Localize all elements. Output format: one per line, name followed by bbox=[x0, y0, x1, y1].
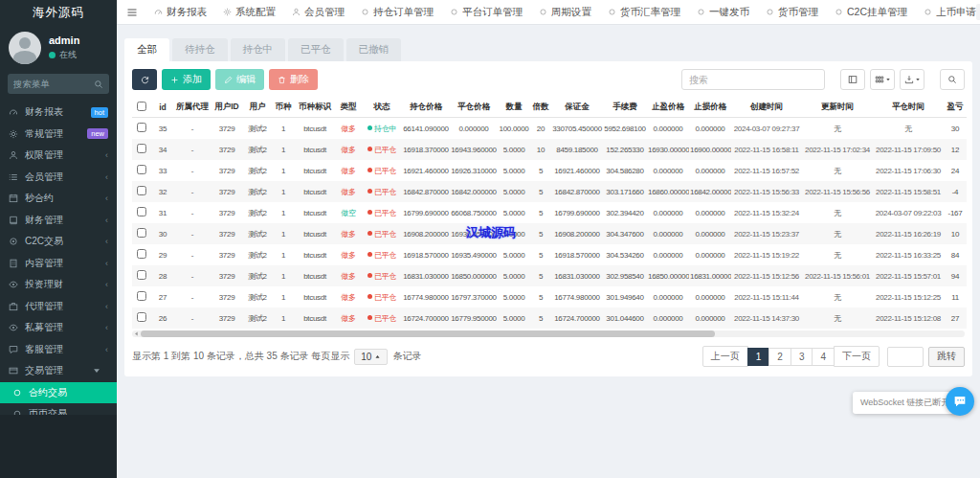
online-dot-icon bbox=[49, 52, 56, 58]
column-header[interactable]: 盈亏 bbox=[944, 97, 967, 118]
add-button[interactable]: 添加 bbox=[162, 69, 211, 90]
column-header[interactable]: 倍数 bbox=[530, 97, 551, 118]
page-button-4[interactable]: 4 bbox=[812, 348, 835, 366]
refresh-button[interactable] bbox=[132, 69, 157, 90]
sidebar-item[interactable]: 投资理财‹ bbox=[0, 274, 117, 296]
column-header[interactable]: 币种 bbox=[272, 97, 295, 118]
topnav-item[interactable]: 周期设置 bbox=[539, 6, 591, 19]
scroll-left-arrow-icon[interactable] bbox=[133, 330, 140, 337]
cell-tp: 16930.000000 bbox=[647, 139, 689, 160]
page-button-1[interactable]: 1 bbox=[747, 348, 770, 366]
cell-coin: 1 bbox=[272, 223, 295, 244]
sidebar-item[interactable]: 交易管理 bbox=[0, 360, 117, 382]
sidebar-item[interactable]: 秒合约‹ bbox=[0, 188, 117, 210]
row-checkbox[interactable] bbox=[137, 144, 146, 153]
column-header[interactable]: 状态 bbox=[362, 97, 402, 118]
edit-button[interactable]: 编辑 bbox=[215, 69, 264, 90]
cell-sl: 16842.000000 bbox=[689, 181, 731, 202]
tab-active[interactable]: 全部 bbox=[124, 38, 169, 61]
topnav-item[interactable]: 财务报表 bbox=[154, 6, 207, 19]
column-header[interactable]: 平仓时间 bbox=[873, 97, 944, 118]
column-header[interactable]: 手续费 bbox=[603, 97, 647, 118]
sidebar-item-label: 交易管理 bbox=[25, 364, 63, 377]
column-header[interactable]: 所属代理 bbox=[174, 97, 211, 118]
jump-page-input[interactable] bbox=[887, 347, 924, 367]
sidebar-search[interactable] bbox=[8, 74, 109, 94]
column-header[interactable]: 止盈价格 bbox=[647, 97, 689, 118]
prev-page-button[interactable]: 上一页 bbox=[702, 346, 748, 367]
page-button-3[interactable]: 3 bbox=[791, 348, 813, 366]
topnav-item[interactable]: 一键发币 bbox=[697, 6, 749, 19]
row-checkbox[interactable] bbox=[137, 291, 146, 301]
column-header[interactable]: id bbox=[151, 97, 174, 118]
per-page-select[interactable]: 10 bbox=[354, 349, 388, 365]
row-checkbox[interactable] bbox=[137, 165, 146, 174]
sidebar-item[interactable]: 内容管理‹ bbox=[0, 253, 117, 275]
tab-3[interactable]: 已平仓 bbox=[288, 38, 344, 61]
row-checkbox[interactable] bbox=[137, 123, 146, 132]
table-search-input[interactable] bbox=[681, 69, 825, 90]
select-all-checkbox[interactable] bbox=[137, 102, 146, 111]
next-page-button[interactable]: 下一页 bbox=[834, 346, 880, 367]
sidebar-item[interactable]: 代理管理‹ bbox=[0, 296, 117, 318]
row-checkbox[interactable] bbox=[137, 207, 146, 216]
sidebar-item[interactable]: 会员管理‹ bbox=[0, 167, 117, 189]
topnav-item[interactable]: 系统配置 bbox=[223, 6, 276, 19]
search-submit-button[interactable] bbox=[940, 69, 965, 90]
column-header[interactable]: 币种标识 bbox=[295, 97, 335, 118]
tab-1[interactable]: 待持仓 bbox=[172, 38, 228, 61]
cell-fee: 304.586280 bbox=[603, 160, 647, 181]
column-header[interactable]: 用户ID bbox=[211, 97, 243, 118]
column-header[interactable]: 持仓价格 bbox=[402, 97, 450, 118]
sidebar-search-input[interactable] bbox=[13, 79, 94, 89]
column-header[interactable]: 更新时间 bbox=[802, 97, 873, 118]
sidebar-item[interactable]: 权限管理‹ bbox=[0, 145, 117, 167]
row-checkbox[interactable] bbox=[137, 312, 146, 322]
column-header[interactable]: 类型 bbox=[335, 97, 362, 118]
column-header[interactable]: 保证金 bbox=[551, 97, 603, 118]
columns-button[interactable] bbox=[870, 69, 895, 90]
tab-2[interactable]: 持仓中 bbox=[231, 38, 286, 61]
topnav-item[interactable]: 货币汇率管理 bbox=[608, 6, 680, 19]
cell-lev: 20 bbox=[530, 118, 551, 140]
topnav-item[interactable]: 持仓订单管理 bbox=[361, 6, 434, 19]
caret-up-icon bbox=[374, 353, 381, 360]
topnav-item[interactable]: C2C挂单管理 bbox=[835, 6, 907, 19]
row-checkbox[interactable] bbox=[137, 186, 146, 195]
column-header[interactable]: 数量 bbox=[498, 97, 530, 118]
sidebar-item[interactable]: 常规管理new bbox=[0, 124, 117, 146]
customer-service-chat-button[interactable] bbox=[946, 387, 974, 416]
cell-agent: - bbox=[174, 181, 211, 202]
column-header[interactable]: 止损价格 bbox=[689, 97, 731, 118]
topnav-item[interactable]: 上币申请 bbox=[924, 6, 976, 19]
tab-4[interactable]: 已撤销 bbox=[346, 38, 402, 61]
horizontal-scrollbar[interactable] bbox=[132, 330, 965, 337]
trash-icon bbox=[278, 76, 286, 84]
delete-button[interactable]: 删除 bbox=[269, 69, 318, 90]
status-tabs: 全部待持仓持仓中已平仓已撤销 bbox=[124, 38, 980, 61]
nav-list-dropdown[interactable] bbox=[976, 4, 980, 20]
topnav-item[interactable]: 平台订单管理 bbox=[450, 6, 523, 19]
cell-margin: 8459.185000 bbox=[551, 139, 603, 160]
sidebar-toggle-icon[interactable] bbox=[126, 7, 138, 18]
sidebar-item[interactable]: C2C交易‹ bbox=[0, 231, 117, 253]
sidebar-item[interactable]: 私募管理‹ bbox=[0, 317, 117, 339]
scrollbar-thumb[interactable] bbox=[141, 330, 715, 337]
column-header[interactable]: 创建时间 bbox=[731, 97, 802, 118]
row-checkbox[interactable] bbox=[137, 228, 146, 238]
jump-button[interactable]: 跳转 bbox=[928, 347, 965, 367]
column-header[interactable]: 平仓价格 bbox=[450, 97, 498, 118]
row-checkbox[interactable] bbox=[137, 249, 146, 259]
topnav-item[interactable]: 会员管理 bbox=[292, 6, 345, 19]
toggle-pagination-button[interactable] bbox=[840, 69, 865, 90]
column-header[interactable]: 用户 bbox=[243, 97, 272, 118]
sidebar-item[interactable]: 财务报表hot bbox=[0, 102, 117, 124]
page-button-2[interactable]: 2 bbox=[768, 348, 791, 366]
sidebar-item[interactable]: 财务管理‹ bbox=[0, 210, 117, 232]
cell-sl: 0.000000 bbox=[689, 118, 731, 140]
export-button[interactable] bbox=[900, 69, 924, 90]
row-checkbox[interactable] bbox=[137, 270, 146, 280]
sidebar-item[interactable]: 合约交易 bbox=[0, 382, 117, 404]
topnav-item[interactable]: 货币管理 bbox=[766, 6, 818, 19]
sidebar-item[interactable]: 客服管理‹ bbox=[0, 339, 117, 361]
